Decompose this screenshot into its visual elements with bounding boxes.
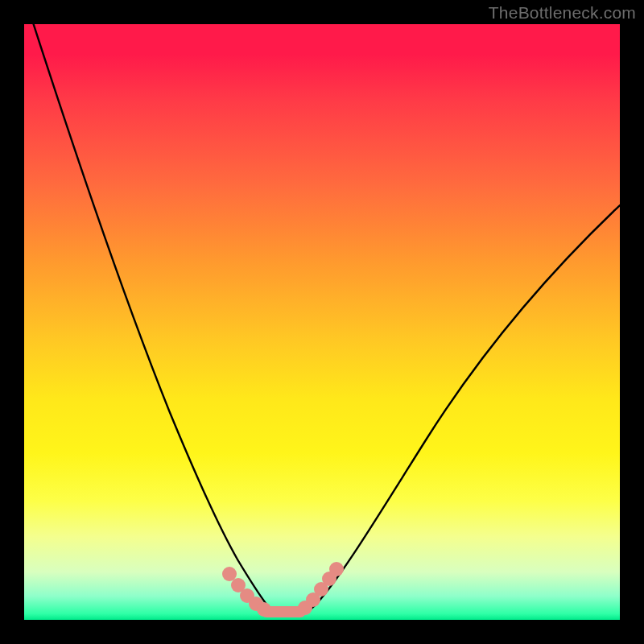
watermark-text: TheBottleneck.com <box>489 3 636 23</box>
plot-area <box>24 24 620 620</box>
svg-point-4 <box>257 602 271 617</box>
svg-point-9 <box>329 562 344 576</box>
chart-frame: TheBottleneck.com <box>0 0 644 644</box>
highlight-right <box>298 562 344 615</box>
curve-layer <box>24 24 620 620</box>
svg-point-0 <box>222 567 237 581</box>
bottleneck-curve <box>32 24 620 615</box>
